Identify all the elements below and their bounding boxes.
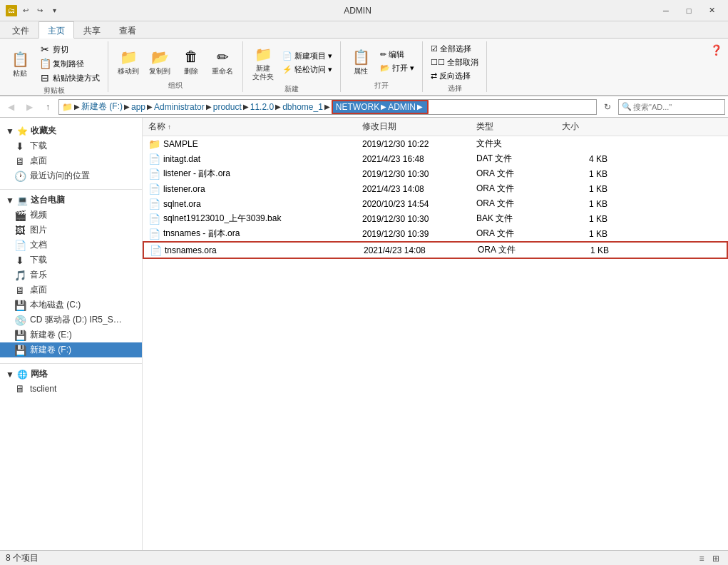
refresh-button[interactable]: ↻ xyxy=(600,99,615,115)
col-date[interactable]: 修改日期 xyxy=(357,119,471,134)
back-button[interactable]: ◀ xyxy=(3,99,19,115)
favorites-icon: ⭐ xyxy=(17,126,28,136)
sidebar-item-tsclient[interactable]: 🖥 tsclient xyxy=(0,382,142,396)
sidebar-item-f-drive[interactable]: 💾 新建卷 (F:) xyxy=(0,342,142,357)
favorites-label: 收藏夹 xyxy=(31,125,56,137)
view-large-button[interactable]: ⊞ xyxy=(709,552,722,565)
copy-path-icon: 📋 xyxy=(39,58,51,69)
breadcrumb-version[interactable]: 11.2.0 xyxy=(250,102,274,112)
search-input[interactable] xyxy=(633,103,722,111)
table-row[interactable]: 📄 initagt.dat 2021/4/23 16:48 DAT 文件 4 K… xyxy=(143,151,728,166)
maximize-button[interactable]: □ xyxy=(678,4,699,18)
sidebar-item-recent[interactable]: 🕐 最近访问的位置 xyxy=(0,168,142,183)
sidebar-item-desktop2[interactable]: 🖥 桌面 xyxy=(0,282,142,297)
breadcrumb-admin[interactable]: Administrator xyxy=(154,102,205,112)
cut-button[interactable]: ✂ 剪切 xyxy=(37,43,102,56)
qat-redo[interactable]: ↪ xyxy=(34,5,46,16)
view-buttons: ≡ ⊞ xyxy=(695,552,722,565)
col-name[interactable]: 名称 ↑ xyxy=(143,119,357,134)
sidebar-item-c-drive[interactable]: 💾 本地磁盘 (C:) xyxy=(0,297,142,312)
status-bar: 8 个项目 ≡ ⊞ xyxy=(0,550,728,565)
sidebar-item-documents[interactable]: 📄 文档 xyxy=(0,238,142,253)
paste-icon: 📋 xyxy=(10,49,30,69)
minimize-button[interactable]: ─ xyxy=(655,4,677,18)
sidebar-section-thispc-header[interactable]: ▼ 💻 这台电脑 xyxy=(0,193,142,208)
select-all-button[interactable]: ☑ 全部选择 xyxy=(429,43,481,55)
help-button[interactable]: ❓ xyxy=(710,44,722,56)
ribbon-content: 📋 粘贴 ✂ 剪切 📋 复制路径 ⊟ 粘贴快捷方式 xyxy=(0,39,728,96)
sidebar-item-e-drive[interactable]: 💾 新建卷 (E:) xyxy=(0,327,142,342)
network-icon: 🌐 xyxy=(17,370,28,380)
favorites-arrow-icon: ▼ xyxy=(6,126,14,136)
table-row[interactable]: 📄 sqlnet19123010_上午3039.bak 2019/12/30 1… xyxy=(143,211,728,226)
view-details-button[interactable]: ≡ xyxy=(695,552,708,565)
table-row[interactable]: 📄 tnsnames - 副本.ora 2019/12/30 10:39 ORA… xyxy=(143,226,728,241)
edit-button[interactable]: ✏ 编辑 xyxy=(378,49,416,61)
copy-path-button[interactable]: 📋 复制路径 xyxy=(37,57,102,70)
ribbon-group-select: ☑ 全部选择 ☐☐ 全部取消 ⇄ 反向选择 选择 xyxy=(423,41,487,92)
paste-shortcut-button[interactable]: ⊟ 粘贴快捷方式 xyxy=(37,71,102,84)
sidebar-item-d-drive[interactable]: 💿 CD 驱动器 (D:) IR5_SSS_... xyxy=(0,312,142,327)
file-header: 名称 ↑ 修改日期 类型 大小 xyxy=(143,118,728,136)
table-row[interactable]: 📁 SAMPLE 2019/12/30 10:22 文件夹 xyxy=(143,136,728,151)
sidebar-section-favorites-header[interactable]: ▼ ⭐ 收藏夹 xyxy=(0,123,142,138)
table-row[interactable]: 📄 listener.ora 2021/4/23 14:08 ORA 文件 1 … xyxy=(143,181,728,196)
col-size[interactable]: 大小 xyxy=(556,119,613,134)
sidebar-item-desktop[interactable]: 🖥 桌面 xyxy=(0,153,142,168)
properties-button[interactable]: 📋 属性 xyxy=(347,46,375,77)
table-row[interactable]: 📄 listener - 副本.ora 2019/12/30 10:30 ORA… xyxy=(143,166,728,181)
table-row[interactable]: 📄 tnsnames.ora 2021/4/23 14:08 ORA 文件 1 … xyxy=(143,241,728,259)
sidebar-divider-1 xyxy=(0,189,142,190)
breadcrumb-dbhome[interactable]: dbhome_1 xyxy=(282,102,323,112)
delete-button[interactable]: 🗑 删除 xyxy=(177,46,205,77)
invert-select-button[interactable]: ⇄ 反向选择 xyxy=(429,70,481,82)
desktop-icon: 🖥 xyxy=(14,156,26,167)
new-item-button[interactable]: 📄 新建项目 ▾ xyxy=(280,50,334,62)
sidebar-item-downloads2[interactable]: ⬇ 下载 xyxy=(0,253,142,268)
breadcrumb-network[interactable]: NETWORK xyxy=(336,102,379,112)
easy-access-button[interactable]: ⚡ 轻松访问 ▾ xyxy=(280,63,334,76)
sidebar-item-music[interactable]: 🎵 音乐 xyxy=(0,268,142,282)
thispc-label: 这台电脑 xyxy=(31,194,65,206)
search-box[interactable]: 🔍 xyxy=(618,99,725,115)
video-icon: 🎬 xyxy=(14,210,26,221)
tab-share[interactable]: 共享 xyxy=(74,21,110,38)
sidebar-section-network-header[interactable]: ▼ 🌐 网络 xyxy=(0,367,142,382)
breadcrumb[interactable]: 📁 ▶ 新建卷 (F:) ▶ app ▶ Administrator ▶ pro… xyxy=(58,99,597,115)
close-button[interactable]: ✕ xyxy=(701,4,722,18)
table-row[interactable]: 📄 sqlnet.ora 2020/10/23 14:54 ORA 文件 1 K… xyxy=(143,196,728,211)
downloads-icon: ⬇ xyxy=(14,141,26,152)
open-button[interactable]: 📂 打开 ▾ xyxy=(378,62,416,74)
up-button[interactable]: ↑ xyxy=(40,99,56,115)
title-bar: 🗂 ↩ ↪ ▾ ADMIN ─ □ ✕ xyxy=(0,0,728,21)
breadcrumb-app[interactable]: app xyxy=(131,102,145,112)
tab-view[interactable]: 查看 xyxy=(110,21,145,38)
qat-arrow[interactable]: ▾ xyxy=(48,5,60,16)
tab-home[interactable]: 主页 xyxy=(39,21,74,39)
ribbon-group-new: 📁 新建文件夹 📄 新建项目 ▾ ⚡ 轻松访问 ▾ 新建 xyxy=(243,41,341,92)
file-area: 名称 ↑ 修改日期 类型 大小 📁 SAMPLE 2019/12/30 10:2… xyxy=(143,118,728,550)
deselect-all-button[interactable]: ☐☐ 全部取消 xyxy=(429,56,481,68)
sidebar-section-favorites: ▼ ⭐ 收藏夹 ⬇ 下载 🖥 桌面 🕐 最近访问的位置 xyxy=(0,123,142,183)
breadcrumb-product[interactable]: product xyxy=(213,102,242,112)
cut-icon: ✂ xyxy=(39,44,51,55)
col-type[interactable]: 类型 xyxy=(471,119,556,134)
sidebar-item-downloads[interactable]: ⬇ 下载 xyxy=(0,138,142,153)
forward-button[interactable]: ▶ xyxy=(21,99,37,115)
search-icon: 🔍 xyxy=(622,102,632,111)
move-to-button[interactable]: 📁 移动到 xyxy=(114,46,143,77)
title-bar-left: 🗂 ↩ ↪ ▾ xyxy=(6,5,60,16)
window-controls: ─ □ ✕ xyxy=(655,4,722,18)
tab-file[interactable]: 文件 xyxy=(3,21,39,38)
breadcrumb-drive[interactable]: 新建卷 (F:) xyxy=(81,101,123,113)
rename-button[interactable]: ✏ 重命名 xyxy=(208,46,237,77)
move-icon: 📁 xyxy=(118,47,138,67)
qat-undo[interactable]: ↩ xyxy=(20,5,31,16)
sidebar-item-pictures[interactable]: 🖼 图片 xyxy=(0,223,142,238)
copy-to-button[interactable]: 📂 复制到 xyxy=(145,46,174,77)
new-folder-button[interactable]: 📁 新建文件夹 xyxy=(249,43,277,83)
breadcrumb-admin-folder[interactable]: ADMIN xyxy=(388,102,416,112)
thispc-icon: 💻 xyxy=(17,195,28,205)
sidebar-item-video[interactable]: 🎬 视频 xyxy=(0,208,142,223)
paste-button[interactable]: 📋 粘贴 xyxy=(6,48,34,79)
